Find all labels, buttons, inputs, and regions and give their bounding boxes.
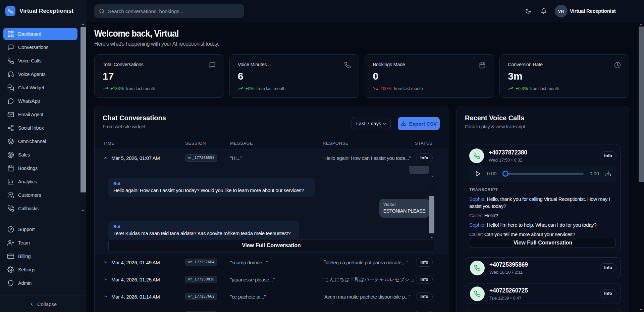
download-icon[interactable] (605, 171, 611, 177)
sidebar-item-support[interactable]: Support (3, 223, 77, 235)
sidebar-item-dashboard[interactable]: Dashboard (3, 28, 77, 40)
page-scroll-down-icon[interactable] (639, 307, 644, 312)
sidebar-collapse-button[interactable]: Collapse (0, 296, 86, 312)
call-card[interactable]: +40725260725 Tue 12:39 • 0:47 Info (465, 283, 621, 304)
sidebar-item-label: Dashboard (18, 31, 41, 37)
info-badge[interactable]: Info (600, 289, 616, 298)
chat-scroll-up-icon[interactable] (429, 174, 434, 178)
sidebar-item-whatsapp[interactable]: WhatsApp (3, 95, 77, 107)
call-meta: Wed 17:50 • 0:32 (489, 158, 527, 163)
info-badge[interactable]: Info (600, 151, 616, 160)
call-header: +40725395869 Wed 16:10 • 2:11 (470, 261, 616, 275)
sidebar-item-label: Customers (18, 192, 41, 198)
bar-chart-icon (7, 178, 14, 185)
column-header-response: RESPONSE (323, 141, 415, 146)
export-csv-button[interactable]: Export CSV (398, 117, 440, 130)
call-card-partial (465, 309, 621, 312)
cell-message: "japanesse please..." (230, 277, 323, 282)
sidebar-item-admin[interactable]: Admin (3, 277, 77, 289)
audio-seek-slider[interactable] (502, 171, 584, 177)
expand-row-icon[interactable] (103, 277, 108, 282)
view-full-conversation-button[interactable]: View Full Conversation (470, 238, 616, 248)
search-input[interactable] (108, 8, 239, 14)
sidebar-item-email-agent[interactable]: Email Agent (3, 108, 77, 121)
cell-session: vr_177257662 (185, 293, 230, 300)
table-row-header[interactable]: Mar 4, 2026, 01:49 AM vr_177257604 "scum… (95, 254, 448, 271)
page-scroll-up-icon[interactable] (639, 22, 644, 27)
table-row-header[interactable]: Mar 4, 2026, 01:25 AM vr_177258030 "japa… (95, 271, 448, 288)
stat-value: 0 (373, 71, 486, 82)
sidebar-scroll-down-icon[interactable] (80, 208, 86, 213)
chat-scrollbar[interactable] (429, 196, 434, 233)
download-icon (401, 121, 406, 126)
notifications-button[interactable] (541, 8, 547, 14)
sidebar-item-label: Voice Agents (18, 72, 45, 77)
chat-scroll-down-icon[interactable] (429, 235, 434, 239)
sidebar: Virtual Receptionist Dashboard Conversat… (0, 0, 86, 312)
page-scrollbar[interactable] (639, 27, 644, 182)
messages-square-icon (7, 84, 14, 91)
mail-icon (7, 111, 14, 118)
content-grid: Chat Conversations From website widget L… (94, 106, 629, 312)
conversation-preview: Bot Hello again! How can I assist you to… (108, 166, 434, 238)
sidebar-item-conversations[interactable]: Conversations (3, 41, 77, 53)
transcript-line: Sophie: Hello, thank you for calling Vir… (469, 195, 616, 210)
sidebar-scroll-up-icon[interactable] (80, 22, 86, 27)
sidebar-item-team[interactable]: Team (3, 237, 77, 249)
phone-icon (344, 62, 351, 69)
sidebar-item-settings[interactable]: Settings (3, 264, 77, 276)
phone-call-icon (7, 205, 14, 212)
sidebar-item-voice-agents[interactable]: Voice Agents (3, 68, 77, 80)
info-badge[interactable]: Info (416, 258, 433, 267)
sidebar-item-billing[interactable]: Billing (3, 250, 77, 262)
phone-icon (474, 265, 481, 271)
help-circle-icon (7, 226, 14, 233)
info-badge[interactable]: Info (600, 263, 616, 272)
stat-card-conversion-rate: Conversion Rate 3m +0.3% from last month (499, 54, 629, 98)
clock-icon (614, 62, 621, 69)
expand-row-icon[interactable] (103, 260, 108, 265)
user-avatar[interactable]: VR (555, 5, 568, 17)
cell-response: "Hello again! How can I assist you toda.… (323, 155, 415, 161)
play-icon[interactable] (475, 171, 481, 177)
sidebar-item-label: Billing (18, 254, 31, 259)
info-badge[interactable]: Info (416, 275, 433, 284)
info-badge[interactable]: Info (416, 153, 433, 162)
sidebar-item-sales[interactable]: Sales (3, 149, 77, 161)
date-range-select[interactable]: Last 7 days (352, 117, 391, 130)
sidebar-item-social-inbox[interactable]: Social Inbox (3, 122, 77, 134)
sidebar-item-analytics[interactable]: Analytics (3, 176, 77, 188)
sidebar-item-customers[interactable]: Customers (3, 189, 77, 201)
speaker-sophie: Sophie: (469, 196, 485, 202)
stat-value: 17 (103, 71, 216, 82)
phone-logo-icon (8, 8, 13, 14)
audio-slider-knob[interactable] (502, 171, 508, 177)
share-icon (7, 125, 14, 131)
sidebar-item-bookings[interactable]: Bookings (3, 162, 77, 174)
layout-dashboard-icon (7, 31, 14, 37)
cell-time: Mar 4, 2026, 01:14 AM (103, 294, 185, 300)
sidebar-nav: Dashboard Conversations Voice Calls Voic… (0, 23, 80, 216)
call-header[interactable]: +40737872380 Wed 17:50 • 0:32 (469, 148, 616, 163)
theme-toggle-button[interactable] (525, 8, 531, 14)
sidebar-scrollbar[interactable] (80, 27, 86, 192)
view-full-conversation-button[interactable]: View Full Conversation (108, 239, 434, 252)
sidebar-item-chat-widget[interactable]: Chat Widget (3, 82, 77, 94)
table-row-header[interactable]: Mar 5, 2026, 01:07 AM vr_177266559 "HI..… (95, 149, 448, 166)
sidebar-item-voice-calls[interactable]: Voice Calls (3, 55, 77, 67)
collapse-row-icon[interactable] (103, 155, 108, 160)
message-square-icon (209, 62, 216, 69)
sidebar-item-omnichannel[interactable]: Omnichannel (3, 135, 77, 147)
expand-row-icon[interactable] (103, 294, 108, 299)
transcript-text: Hello! I'm here to help. What can I do f… (487, 222, 596, 228)
info-badge[interactable]: Info (416, 292, 433, 301)
voice-panel-title: Recent Voice Calls (465, 114, 621, 122)
sidebar-item-callbacks[interactable]: Callbacks (3, 203, 77, 215)
sidebar-item-label: Support (18, 227, 35, 232)
sidebar-item-label: Sales (18, 152, 30, 158)
sidebar-item-label: Bookings (18, 166, 38, 171)
speaker-caller: Caller: (469, 213, 483, 218)
table-row-header[interactable]: Mar 4, 2026, 01:14 AM vr_177257662 "ce p… (95, 288, 448, 305)
call-card[interactable]: +40725395869 Wed 16:10 • 2:11 Info (465, 257, 621, 278)
audio-track (502, 173, 584, 175)
